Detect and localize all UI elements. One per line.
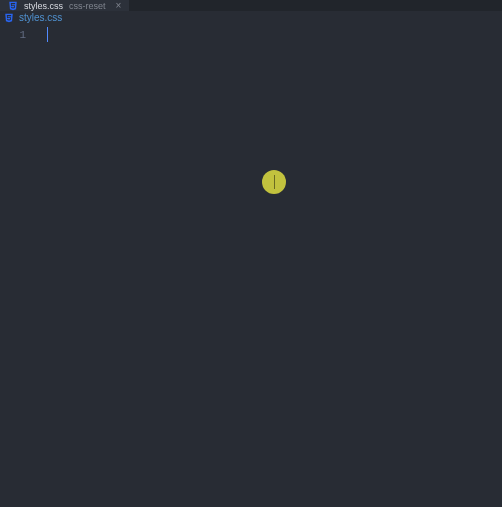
cursor-indicator-icon: [262, 170, 286, 194]
editor-area: 1: [0, 24, 502, 507]
editor-content[interactable]: [36, 24, 502, 507]
css-file-icon: [4, 13, 14, 23]
css-file-icon: [8, 1, 18, 11]
close-icon[interactable]: ×: [116, 0, 122, 11]
breadcrumb-filename[interactable]: styles.css: [19, 12, 62, 23]
tab-active[interactable]: styles.css css-reset ×: [0, 0, 129, 11]
line-number: 1: [0, 27, 26, 43]
tab-subtitle: css-reset: [69, 1, 106, 11]
tab-filename: styles.css: [24, 1, 63, 11]
breadcrumb: styles.css: [0, 11, 502, 24]
cursor: [47, 27, 48, 42]
line-gutter: 1: [0, 24, 36, 507]
tab-bar: styles.css css-reset ×: [0, 0, 502, 11]
